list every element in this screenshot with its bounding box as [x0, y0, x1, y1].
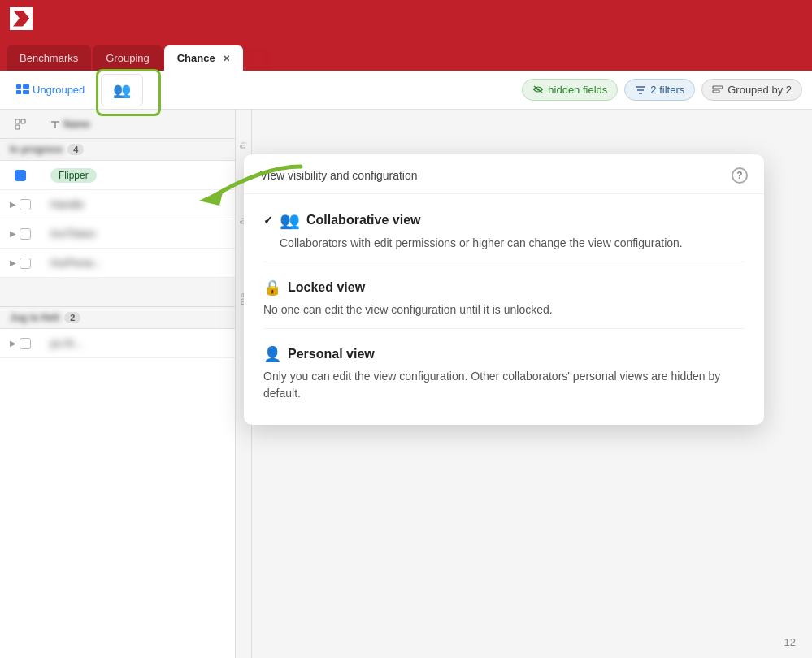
row-checkbox[interactable]: [20, 338, 31, 349]
view-name-label: Ungrouped: [33, 84, 85, 96]
table-row[interactable]: ▶ Handle: [0, 190, 251, 219]
row-expand-icon: ▶: [10, 258, 16, 267]
th-expand: [0, 119, 41, 130]
locked-title: 🔒 Locked view: [263, 279, 745, 297]
group-header-2[interactable]: Jug la Hett 2: [0, 307, 251, 329]
filters-label: 2 filters: [650, 84, 684, 96]
eye-icon: [532, 85, 544, 95]
personal-icon: 👤: [263, 345, 281, 363]
main-content: Name In progress 4 Flipper ▶ Handle: [0, 110, 812, 658]
personal-desc: Only you can edit the view configuration…: [263, 368, 745, 402]
tab-close-icon[interactable]: ✕: [223, 54, 230, 64]
grouped-by-button[interactable]: Grouped by 2: [701, 79, 802, 101]
group2-label: Jug la Hett: [10, 312, 59, 323]
top-bar: [0, 0, 812, 37]
row-expand-icon: ▶: [10, 339, 16, 348]
popup-option-personal[interactable]: 👤 Personal view Only you can edit the vi…: [244, 329, 764, 405]
th-name-label: Name: [63, 119, 90, 130]
row-cell-name: Hu/Penw...: [41, 257, 251, 269]
table-row[interactable]: Flipper: [0, 161, 251, 190]
toolbar: Ungrouped 👥 hidden fields 2 filters: [0, 71, 812, 110]
svg-rect-2: [16, 90, 21, 94]
tab-new[interactable]: [245, 49, 271, 71]
app-logo[interactable]: [10, 7, 33, 30]
tab-icon-sq: [253, 54, 263, 63]
svg-rect-1: [23, 84, 29, 89]
view-visibility-button-wrapper: 👥: [101, 74, 143, 106]
collaborative-desc: Collaborators with edit permissions or h…: [280, 235, 683, 252]
tab-bar: Benchmarks Grouping Chance ✕: [0, 37, 812, 71]
row-expand-icon: ▶: [10, 200, 16, 209]
row-checkbox[interactable]: [15, 170, 26, 181]
group1-count: 4: [67, 144, 84, 155]
group1-label: In progress: [10, 144, 63, 155]
locked-title-text: Locked view: [288, 280, 365, 295]
th-name: Name: [41, 119, 251, 130]
table-header: Name: [0, 110, 251, 139]
collaborative-content: 👥 Collaborative view Collaborators with …: [280, 210, 683, 252]
filter-icon: [635, 85, 646, 95]
tab-grouping-label: Grouping: [106, 52, 149, 64]
collaborative-icon: 👥: [280, 210, 300, 230]
filters-button[interactable]: 2 filters: [624, 79, 695, 101]
tab-benchmarks[interactable]: Benchmarks: [7, 45, 91, 71]
row-checkbox[interactable]: [20, 199, 31, 210]
locked-icon: 🔒: [263, 279, 281, 297]
popup-option-locked[interactable]: 🔒 Locked view No one can edit the view c…: [244, 262, 764, 322]
group-icon: [712, 85, 723, 95]
row-cell-name: Handle: [41, 198, 251, 210]
tab-chance-label: Chance: [177, 52, 215, 64]
row-cell-name: Flipper: [41, 168, 251, 183]
personal-title-text: Personal view: [288, 347, 375, 361]
popup-title: View visibility and configuration: [260, 169, 732, 182]
help-label: ?: [736, 170, 742, 181]
table-row[interactable]: ▶ Hu/Penw...: [0, 249, 251, 278]
svg-rect-0: [16, 84, 21, 89]
personal-title: 👤 Personal view: [263, 345, 745, 363]
svg-rect-13: [15, 125, 20, 129]
table-row[interactable]: ▶ Inv/Token: [0, 219, 251, 249]
help-icon[interactable]: ?: [732, 167, 748, 184]
checkmark-collaborative: ✓: [263, 214, 273, 227]
group-header-1[interactable]: In progress 4: [0, 139, 251, 161]
row-checkbox[interactable]: [20, 258, 31, 269]
view-visibility-button[interactable]: 👥: [101, 74, 143, 106]
row-expand-icon: ▶: [10, 229, 16, 238]
popup-header: View visibility and configuration ?: [244, 154, 764, 194]
view-selector[interactable]: Ungrouped: [10, 80, 91, 99]
grouped-by-label: Grouped by 2: [727, 84, 792, 96]
table-panel: Name In progress 4 Flipper ▶ Handle: [0, 110, 252, 658]
row-cell-name: pu th...: [41, 337, 251, 349]
collaborative-title: 👥 Collaborative view: [280, 210, 683, 230]
group2-count: 2: [64, 312, 80, 323]
locked-desc: No one can edit the view configuration u…: [263, 301, 745, 318]
text-icon: [50, 119, 60, 129]
svg-rect-10: [713, 90, 719, 93]
collaborative-title-text: Collaborative view: [306, 213, 421, 227]
tab-grouping[interactable]: Grouping: [93, 45, 162, 71]
svg-rect-11: [15, 119, 20, 123]
table-row[interactable]: ▶ pu th...: [0, 329, 251, 358]
svg-rect-12: [21, 119, 25, 123]
hint-text-1: ig: [240, 142, 248, 149]
hidden-fields-label: hidden fields: [548, 84, 607, 96]
status-badge: Flipper: [50, 168, 97, 183]
svg-rect-9: [713, 86, 723, 89]
people-icon: 👥: [113, 81, 131, 99]
tab-chance[interactable]: Chance ✕: [164, 45, 244, 71]
logo-icon: [13, 11, 29, 27]
popup-option-collaborative[interactable]: ✓ 👥 Collaborative view Collaborators wit…: [244, 194, 764, 255]
page-number: 12: [784, 636, 796, 648]
row-checkbox[interactable]: [20, 228, 31, 240]
popup-panel: View visibility and configuration ? ✓ 👥 …: [244, 154, 764, 425]
svg-rect-3: [23, 90, 29, 94]
group-spacer: [0, 278, 251, 307]
expand-icon: [15, 119, 26, 130]
tab-benchmarks-label: Benchmarks: [20, 52, 78, 64]
grid-view-icon: [16, 84, 29, 96]
row-cell-name: Inv/Token: [41, 227, 251, 240]
hidden-fields-button[interactable]: hidden fields: [522, 79, 618, 101]
